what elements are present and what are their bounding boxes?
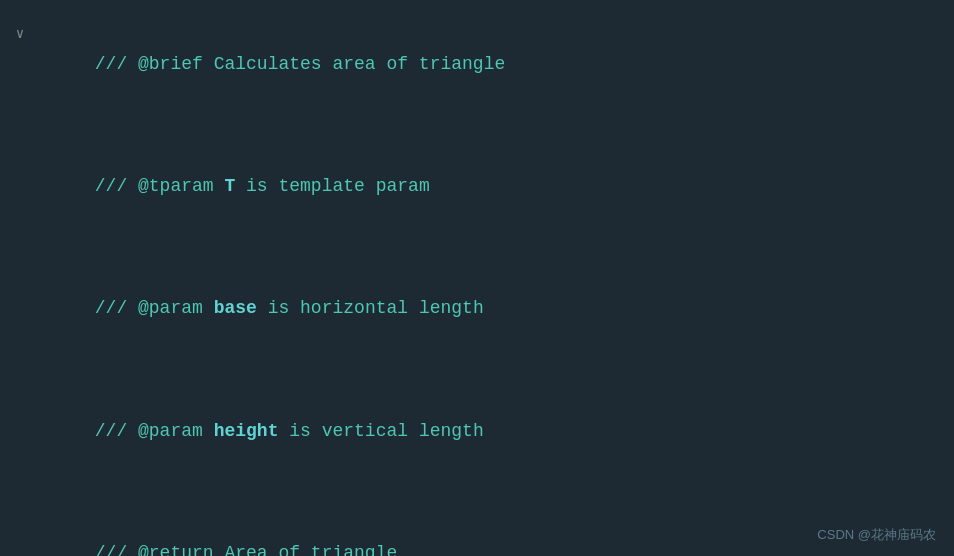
- token-height: height: [214, 421, 279, 441]
- token-return-text: Area of triangle: [224, 543, 397, 556]
- token-base: base: [214, 298, 257, 318]
- code-line-5: /// @return Area of triangle: [0, 477, 954, 556]
- token-comment-tparam: /// @tparam: [95, 176, 225, 196]
- token-tparam-text: is template param: [235, 176, 429, 196]
- line-content-2: /// @tparam T is template param: [30, 110, 934, 232]
- line-content-1: /// @brief Calculates area of triangle: [30, 18, 934, 110]
- token-base-text: is horizontal length: [257, 298, 484, 318]
- code-editor: ∨ /// @brief Calculates area of triangle…: [0, 0, 954, 556]
- code-line-3: /// @param base is horizontal length: [0, 232, 954, 354]
- code-line-1: ∨ /// @brief Calculates area of triangle: [0, 18, 954, 110]
- line-content-4: /// @param height is vertical length: [30, 355, 934, 477]
- token-param-label-base: /// @param: [95, 298, 214, 318]
- token-param-label-height: /// @param: [95, 421, 214, 441]
- token-return: /// @return: [95, 543, 225, 556]
- token-param-T: T: [224, 176, 235, 196]
- line-content-3: /// @param base is horizontal length: [30, 232, 934, 354]
- token-height-text: is vertical length: [278, 421, 483, 441]
- fold-arrow-1[interactable]: ∨: [10, 23, 30, 47]
- code-line-2: /// @tparam T is template param: [0, 110, 954, 232]
- line-content-5: /// @return Area of triangle: [30, 477, 934, 556]
- watermark: CSDN @花神庙码农: [817, 526, 936, 544]
- code-line-4: /// @param height is vertical length: [0, 355, 954, 477]
- token-comment-brief: /// @brief Calculates area of triangle: [95, 54, 505, 74]
